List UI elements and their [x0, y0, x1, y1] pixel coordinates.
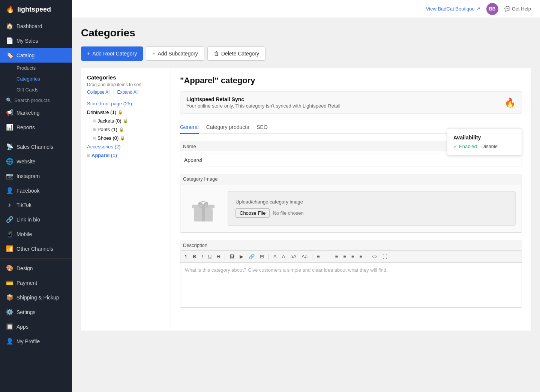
collapse-all-link[interactable]: Collapse All — [87, 90, 111, 95]
plus-icon: + — [87, 51, 90, 57]
toolbar-font-color[interactable]: A — [272, 253, 278, 260]
image-area: Upload/change category image Choose File… — [180, 184, 522, 233]
toolbar-link[interactable]: 🔗 — [247, 253, 256, 260]
tab-general[interactable]: General — [180, 121, 199, 134]
sidebar-item-payment[interactable]: 💳 Payment — [0, 275, 72, 290]
sidebar-item-mobile[interactable]: 📱 Mobile — [0, 227, 72, 241]
upload-text: Upload/change category image — [236, 199, 508, 205]
add-subcategory-button[interactable]: + Add Subcategory — [146, 46, 204, 61]
toolbar-indent-more[interactable]: ≡ — [358, 253, 364, 260]
sidebar-item-label: Catalog — [16, 52, 34, 58]
sidebar-item-instagram[interactable]: 📷 Instagram — [0, 169, 72, 183]
add-root-category-button[interactable]: + Add Root Category — [81, 46, 143, 61]
payment-icon: 💳 — [6, 279, 13, 286]
toolbar-indent-less[interactable]: ≡ — [350, 253, 356, 260]
mobile-icon: 📱 — [6, 230, 13, 238]
expand-icon[interactable]: ⊞ — [87, 153, 90, 157]
sidebar-item-marketing[interactable]: 📢 Marketing — [0, 105, 72, 120]
content-split: Categories Drag and drop items to sort C… — [81, 68, 531, 331]
description-area[interactable]: What is this category about? Give custom… — [180, 263, 522, 308]
facebook-icon: 👤 — [6, 187, 13, 194]
choose-file-button[interactable]: Choose File — [236, 208, 270, 218]
sidebar-item-link-in-bio[interactable]: 🔗 Link in bio — [0, 212, 72, 227]
sidebar: 🔥 lightspeed 🏠 Dashboard 📄 My Sales 🏷️ C… — [0, 0, 72, 392]
lock-icon: 🔒 — [123, 118, 128, 123]
sidebar-item-other-channels[interactable]: 📶 Other Channels — [0, 241, 72, 256]
view-store-link[interactable]: View BadCat Boutique ↗ — [426, 6, 480, 12]
description-label: Description — [180, 240, 522, 250]
sidebar-item-tiktok[interactable]: ♪ TikTok — [0, 198, 72, 212]
toolbar-fullscreen[interactable]: ⛶ — [381, 253, 389, 260]
list-item: ⊞ Shoes (0) 🔒 — [93, 134, 165, 142]
dashboard-icon: 🏠 — [6, 22, 13, 30]
toolbar-italic[interactable]: I — [200, 253, 204, 260]
toolbar-bold[interactable]: B — [191, 253, 198, 260]
tab-category-products[interactable]: Category products — [206, 121, 249, 134]
app-logo[interactable]: 🔥 lightspeed — [0, 0, 72, 19]
category-link-accessories[interactable]: Accessories (2) — [87, 144, 121, 150]
sidebar-item-apps[interactable]: 🔲 Apps — [0, 319, 72, 334]
expand-icon[interactable]: ⊞ — [93, 119, 96, 123]
toolbar-case[interactable]: Aa — [300, 253, 309, 260]
toolbar-separator-1 — [225, 254, 225, 260]
category-label-shoes: Shoes (0) — [98, 135, 118, 141]
sidebar-item-design[interactable]: 🎨 Design — [0, 261, 72, 275]
sidebar-sub-gift-cards[interactable]: Gift Cards — [0, 84, 72, 95]
expand-icon[interactable]: ⊞ — [93, 136, 96, 140]
marketing-icon: 📢 — [6, 109, 13, 116]
toolbar-list-number[interactable]: ≡ — [342, 253, 348, 260]
delete-category-button[interactable]: 🗑 Delete Category — [207, 46, 266, 61]
toolbar-highlight[interactable]: A — [280, 253, 287, 260]
sidebar-item-catalog[interactable]: 🏷️ Catalog — [0, 48, 72, 63]
name-input[interactable] — [180, 154, 522, 166]
toolbar-strikethrough[interactable]: S — [215, 253, 222, 260]
sidebar-item-website[interactable]: 🌐 Website — [0, 154, 72, 169]
toolbar-video[interactable]: ▶ — [238, 253, 245, 260]
toolbar-hr[interactable]: — — [324, 253, 332, 260]
toolbar-superscript[interactable]: aA — [289, 253, 298, 260]
toolbar-table[interactable]: ⊞ — [258, 253, 266, 260]
toolbar-align-left[interactable]: ≡ — [315, 253, 321, 260]
toolbar-separator-4 — [367, 254, 367, 260]
toolbar-image[interactable]: 🖼 — [228, 253, 236, 260]
sidebar-item-dashboard[interactable]: 🏠 Dashboard — [0, 19, 72, 33]
sidebar-sub-categories[interactable]: Categories — [0, 73, 72, 84]
description-section: Description ¶ B I U S 🖼 ▶ 🔗 ⊞ A — [180, 240, 522, 308]
image-placeholder — [186, 192, 220, 225]
expand-all-link[interactable]: Expand All — [117, 90, 139, 95]
sidebar-item-sales-channels[interactable]: 📡 Sales Channels — [0, 139, 72, 154]
list-item: Store front page (25) — [87, 99, 165, 108]
disable-option[interactable]: Disable — [482, 144, 498, 149]
tab-seo[interactable]: SEO — [256, 121, 268, 134]
search-products[interactable]: 🔍 Search products — [0, 95, 72, 105]
category-link-apparel[interactable]: Apparel (1) — [92, 153, 117, 158]
drag-hint: Drag and drop items to sort — [87, 82, 165, 87]
description-toolbar: ¶ B I U S 🖼 ▶ 🔗 ⊞ A A aA Aa — [180, 250, 522, 263]
help-icon: 💬 — [504, 6, 510, 12]
sidebar-item-reports[interactable]: 📊 Reports — [0, 120, 72, 135]
toolbar-underline[interactable]: U — [207, 253, 213, 260]
design-icon: 🎨 — [6, 265, 13, 272]
lock-icon: 🔒 — [118, 110, 123, 115]
list-item: ⊞ Jackets (0) 🔒 — [93, 117, 165, 125]
category-tree-heading: Categories — [87, 74, 165, 81]
get-help-button[interactable]: 💬 Get Help — [504, 6, 531, 12]
page-content: Categories + Add Root Category + Add Sub… — [72, 18, 540, 392]
tiktok-icon: ♪ — [6, 202, 13, 208]
profile-icon: 👤 — [6, 338, 13, 345]
user-avatar[interactable]: BB — [486, 3, 498, 15]
sidebar-item-my-sales[interactable]: 📄 My Sales — [0, 33, 72, 48]
category-link-storefront[interactable]: Store front page (25) — [87, 101, 132, 106]
toolbar-list-bullet[interactable]: ≡ — [334, 253, 340, 260]
topbar: View BadCat Boutique ↗ BB 💬 Get Help — [72, 0, 540, 18]
sidebar-item-facebook[interactable]: 👤 Facebook — [0, 183, 72, 198]
sidebar-item-my-profile[interactable]: 👤 My Profile — [0, 334, 72, 349]
sidebar-sub-products[interactable]: Products — [0, 63, 72, 73]
toolbar-paragraph[interactable]: ¶ — [183, 253, 189, 260]
sidebar-item-shipping[interactable]: 📦 Shipping & Pickup — [0, 290, 72, 305]
toolbar-source[interactable]: <> — [370, 253, 379, 260]
link-icon: 🔗 — [6, 216, 13, 223]
sidebar-item-settings[interactable]: ⚙️ Settings — [0, 305, 72, 319]
expand-icon[interactable]: ⊞ — [93, 127, 96, 132]
category-label-drinkware: Drinkware (1) — [87, 109, 116, 115]
